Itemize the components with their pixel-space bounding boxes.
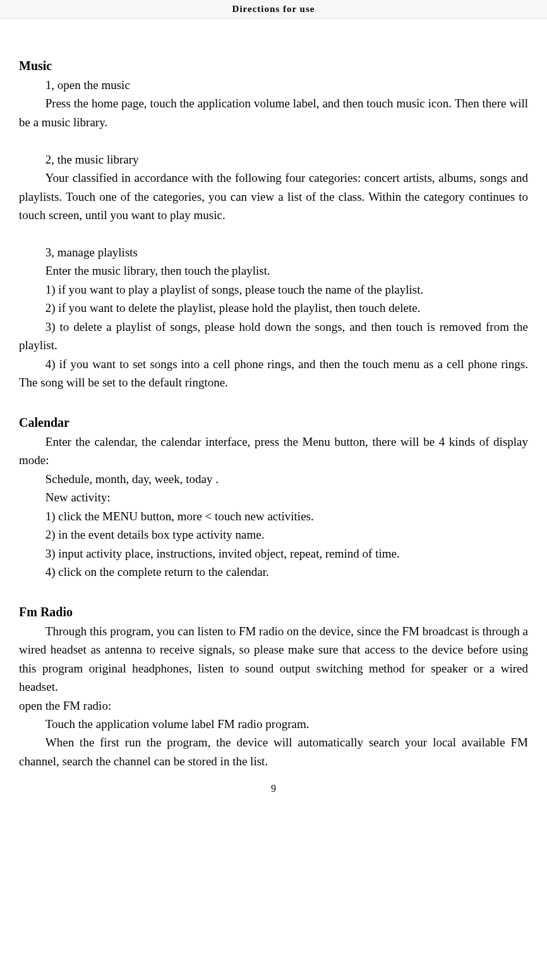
blank-line (19, 225, 528, 243)
calendar-p7: 4) click on the complete return to the c… (19, 563, 528, 581)
calendar-p3: New activity: (19, 488, 528, 506)
music-p7: 1) if you want to play a playlist of son… (19, 280, 528, 299)
header-title: Directions for use (232, 4, 315, 14)
music-p3: 2, the music library (19, 150, 528, 169)
music-heading: Music (19, 56, 528, 76)
blank-line (19, 391, 528, 410)
calendar-p6: 3) input activity place, instructions, i… (19, 544, 528, 563)
blank-line (19, 581, 528, 599)
page-number: 9 (0, 783, 547, 799)
music-p5: 3, manage playlists (19, 243, 528, 261)
fmradio-p3: Touch the application volume label FM ra… (19, 715, 528, 733)
fmradio-p2: open the FM radio: (19, 696, 528, 715)
music-p6: Enter the music library, then touch the … (19, 261, 528, 280)
fmradio-p1: Through this program, you can listen to … (19, 622, 528, 696)
music-p1: 1, open the music (19, 76, 528, 94)
calendar-p1: Enter the calendar, the calendar interfa… (19, 433, 528, 470)
blank-line (19, 131, 528, 150)
music-p2: Press the home page, touch the applicati… (19, 94, 528, 131)
document-header: Directions for use (0, 0, 547, 19)
music-p4: Your classified in accordance with the f… (19, 169, 528, 224)
music-p10: 4) if you want to set songs into a cell … (19, 355, 528, 392)
fmradio-p4: When the first run the program, the devi… (19, 733, 528, 770)
fmradio-heading: Fm Radio (19, 602, 528, 622)
calendar-p5: 2) in the event details box type activit… (19, 525, 528, 544)
calendar-p4: 1) click the MENU button, more < touch n… (19, 507, 528, 525)
calendar-p2: Schedule, month, day, week, today . (19, 470, 528, 488)
calendar-heading: Calendar (19, 413, 528, 433)
document-content: Music 1, open the music Press the home p… (0, 19, 547, 783)
music-p9: 3) to delete a playlist of songs, please… (19, 318, 528, 355)
music-p8: 2) if you want to delete the playlist, p… (19, 299, 528, 317)
